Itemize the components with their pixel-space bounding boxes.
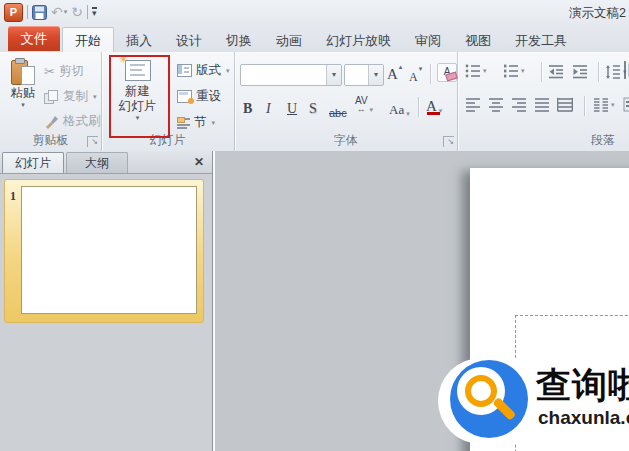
underline-button[interactable]: U [287, 97, 297, 117]
bullets-icon [465, 64, 481, 78]
copy-icon [44, 90, 59, 104]
save-button[interactable] [32, 5, 47, 20]
shrink-font-letter: A [409, 70, 418, 85]
shrink-font-button[interactable]: A▾ [409, 65, 422, 85]
separator [418, 97, 419, 117]
undo-button[interactable]: ↶▾ [51, 4, 67, 20]
distribute-button[interactable] [557, 97, 573, 112]
columns-button[interactable]: ▾ [593, 97, 615, 112]
undo-dropdown-icon: ▾ [64, 8, 68, 16]
font-dialog-launcher[interactable]: ↘ [443, 136, 454, 147]
change-case-icon: Aa [389, 102, 404, 118]
font-size-combo[interactable]: ▾ [344, 64, 384, 86]
text-direction-icon [623, 60, 629, 80]
strikethrough-icon: abc [329, 107, 347, 119]
tab-view[interactable]: 视图 [453, 28, 503, 53]
font-color-button[interactable]: A ▾ [426, 95, 442, 115]
format-painter-icon [44, 115, 59, 129]
bold-button[interactable]: B [243, 97, 252, 117]
chevron-down-icon[interactable]: ▾ [326, 65, 341, 85]
separator [584, 96, 585, 116]
watermark-brand-text: 查询啦 [536, 362, 629, 409]
shrink-arrow-icon: ▾ [419, 65, 423, 73]
increase-indent-button[interactable] [572, 64, 588, 79]
clear-formatting-icon: A [437, 63, 457, 82]
chevron-down-icon: ▾ [370, 106, 374, 114]
section-button[interactable]: 节 ▾ [175, 112, 217, 133]
copy-button[interactable]: 复制 ▾ [42, 86, 99, 107]
align-right-icon [511, 97, 527, 112]
align-center-icon [488, 97, 504, 112]
slides-group-label: 幻灯片 [101, 132, 234, 149]
tab-slideshow[interactable]: 幻灯片放映 [314, 28, 403, 53]
font-color-icon: A [426, 98, 437, 115]
tab-design[interactable]: 设计 [164, 28, 214, 53]
watermark: 查询啦 chaxunla.com [428, 350, 629, 451]
panel-close-icon[interactable]: ✕ [194, 155, 204, 169]
bullets-button[interactable]: ▾ [465, 64, 487, 78]
tab-animations[interactable]: 动画 [264, 28, 314, 53]
qat-customize-button[interactable]: ▾ [92, 7, 97, 17]
slide-thumbnail[interactable] [21, 186, 197, 314]
cut-button[interactable]: ✂ 剪切 [42, 61, 86, 82]
tab-review[interactable]: 审阅 [403, 28, 453, 53]
magnifier-lens-icon [465, 375, 497, 407]
tab-transitions[interactable]: 切换 [214, 28, 264, 53]
paste-button[interactable]: 粘贴 ▾ [6, 56, 40, 109]
layout-dropdown-icon: ▾ [226, 67, 230, 75]
chevron-down-icon[interactable]: ▾ [368, 65, 383, 85]
paste-dropdown-icon[interactable]: ▾ [21, 101, 25, 109]
panel-tab-bar: 幻灯片 大纲 ✕ [0, 151, 212, 174]
new-slide-button[interactable]: ✳ 新建 幻灯片 ▾ [112, 58, 163, 122]
clipboard-group: 粘贴 ▾ ✂ 剪切 复制 ▾ 格式刷 剪贴板 ↘ [0, 52, 102, 151]
separator [541, 62, 542, 82]
text-direction-button-partial[interactable] [623, 60, 629, 80]
window-title: 演示文稿2 [569, 5, 626, 22]
undo-icon: ↶ [51, 4, 63, 20]
decrease-indent-button[interactable] [548, 64, 564, 79]
strikethrough-button[interactable]: abc [329, 99, 347, 119]
grow-arrow-icon: ▴ [399, 63, 403, 71]
change-case-button[interactable]: Aa ▾ [389, 98, 410, 118]
new-slide-icon: ✳ [125, 60, 151, 81]
tab-home[interactable]: 开始 [62, 27, 114, 53]
new-slide-dropdown-icon[interactable]: ▾ [136, 114, 140, 122]
slide-thumbnail-selected[interactable]: 1 [4, 179, 204, 323]
smartart-convert-button-partial[interactable] [623, 96, 629, 114]
align-right-button[interactable] [511, 97, 527, 112]
reset-button[interactable]: 重设 [175, 86, 223, 107]
powerpoint-app-icon[interactable]: P [4, 3, 23, 22]
font-name-combo[interactable]: ▾ [240, 64, 342, 86]
distribute-icon [557, 97, 573, 112]
grow-font-letter: A [387, 66, 398, 83]
ribbon: 粘贴 ▾ ✂ 剪切 复制 ▾ 格式刷 剪贴板 ↘ [0, 52, 629, 152]
chevron-down-icon: ▾ [611, 101, 615, 109]
tab-insert[interactable]: 插入 [114, 28, 164, 53]
justify-button[interactable] [534, 97, 550, 112]
panel-tab-slides[interactable]: 幻灯片 [2, 152, 64, 173]
section-icon [177, 117, 190, 128]
ribbon-tab-bar: 开始 插入 设计 切换 动画 幻灯片放映 审阅 视图 开发工具 [62, 27, 579, 53]
paragraph-group-label: 段落 [583, 132, 623, 149]
scissors-icon: ✂ [44, 65, 55, 79]
grow-font-button[interactable]: A▴ [387, 63, 402, 83]
increase-indent-icon [572, 64, 588, 79]
tab-developer[interactable]: 开发工具 [503, 28, 579, 53]
character-spacing-button[interactable]: AV↔ ▾ [355, 94, 373, 114]
panel-tab-outline[interactable]: 大纲 [66, 152, 128, 173]
file-tab[interactable]: 文件 [8, 26, 60, 51]
align-left-icon [465, 97, 481, 112]
redo-button[interactable]: ↻ [71, 4, 83, 20]
italic-icon: I [266, 101, 271, 117]
text-shadow-button[interactable]: S [309, 97, 317, 117]
save-icon [32, 5, 47, 20]
format-painter-button[interactable]: 格式刷 [42, 111, 103, 132]
numbering-button[interactable]: ▾ [503, 64, 525, 78]
clipboard-dialog-launcher[interactable]: ↘ [87, 136, 98, 147]
align-left-button[interactable] [465, 97, 481, 112]
quick-access-toolbar: P ↶▾ ↻ ▾ [4, 3, 97, 21]
clear-formatting-button[interactable]: A [437, 62, 457, 82]
italic-button[interactable]: I [266, 97, 271, 117]
align-center-button[interactable] [488, 97, 504, 112]
layout-button[interactable]: 版式 ▾ [175, 60, 232, 81]
